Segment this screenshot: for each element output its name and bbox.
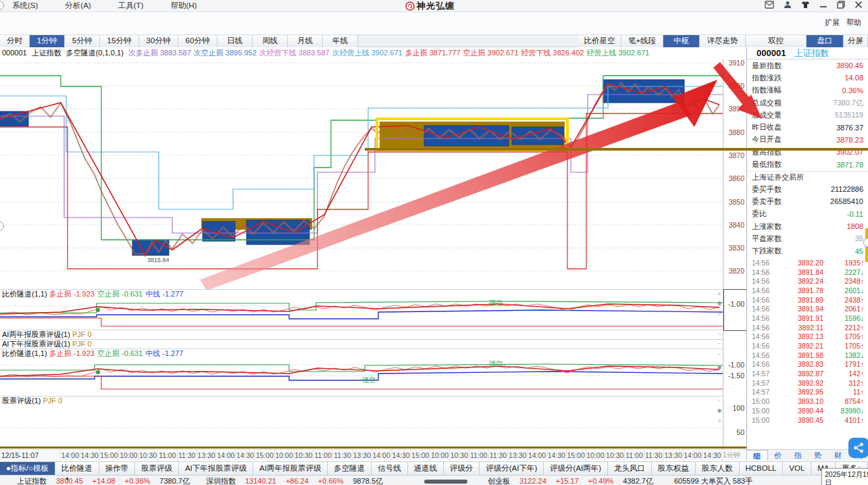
status-index-2[interactable]: 创业板3122.24+15.17+0.49%4382.7亿 (488, 476, 663, 485)
menu-item-2[interactable]: 工具(T) (118, 1, 144, 11)
tick-time: 14:56 (752, 342, 775, 350)
top-link-0[interactable]: 扩展 (825, 18, 840, 28)
subchart1-label: 比价隧道(1,1) 多止损 -1.923空止损 -0.631中线 -1.277 (0, 289, 723, 299)
quote-row-value: 26585410 (830, 197, 863, 205)
close-button[interactable] (854, 1, 863, 9)
menu-item-1[interactable]: 分析(A) (65, 1, 91, 11)
indicator-tab-12[interactable]: 龙头风口 (608, 462, 652, 475)
status-index-1[interactable]: 深圳指数13140.21+86.24+0.66%9878.5亿 (206, 476, 392, 485)
status-field: +15.17 (556, 477, 579, 485)
ai-row2-collapse-button[interactable]: － (715, 340, 723, 347)
period-tab-0[interactable]: 分时 (0, 35, 30, 47)
mode-tab-0[interactable]: 比价星空 (578, 35, 621, 47)
indicator-tab-4[interactable]: AI下年报股票评级 (179, 462, 253, 475)
period-tab-7[interactable]: 周线 (253, 35, 288, 47)
subchart3-settings-icon[interactable]: ✽ (715, 408, 723, 415)
mode-tab-2[interactable]: 中枢 (663, 35, 700, 47)
indicator-tab-3[interactable]: 股票评级 (135, 462, 179, 475)
panel-tab-1[interactable]: 价 (768, 450, 788, 461)
period-tab-9[interactable]: 年线 (323, 35, 358, 47)
indicator-tab-6[interactable]: 多空隧道 (328, 462, 372, 475)
period-tab-4[interactable]: 30分钟 (139, 35, 178, 47)
indicator-tab-8[interactable]: 通道线 (408, 462, 444, 475)
period-tab-5[interactable]: 60分钟 (178, 35, 218, 47)
indicator-tab-5[interactable]: AI两年报股票评级 (253, 462, 328, 475)
indicator-tab-10[interactable]: 评级分(AI下年) (480, 462, 544, 475)
quote-row-1: 指数涨跌14.08 (747, 72, 868, 84)
ai-two-year-value: PJF 0 (72, 330, 92, 338)
menu-item-3[interactable]: 帮助(H) (170, 1, 197, 11)
indicator-tab-15[interactable]: HCBOLL (740, 462, 784, 475)
subchart3-collapse-button[interactable]: － (715, 397, 723, 404)
time-axis-label-11: 10:00 (275, 450, 295, 461)
indicator-tab-9[interactable]: 评级分 (444, 462, 480, 475)
mode-tab-1[interactable]: 笔+线段 (621, 35, 663, 47)
ai-row1-collapse-button[interactable]: － (715, 331, 723, 338)
screen-handle-right[interactable] (863, 238, 868, 247)
mode-tab-3[interactable]: 详尽走势 (700, 35, 746, 47)
restore-button[interactable] (837, 1, 845, 9)
panel-tab-4[interactable]: 财 (828, 450, 848, 461)
indicator-tab-14[interactable]: 股东人数 (696, 462, 740, 475)
indicator-tab-2[interactable]: 操作带 (99, 462, 135, 475)
indicator-tab-13[interactable]: 股东权益 (652, 462, 696, 475)
tick-row-3: 14:563891.782601↓ (747, 286, 868, 295)
low-price-label: 3815.84 (147, 257, 170, 263)
period-tab-6[interactable]: 日线 (218, 35, 253, 47)
quote-row-label: 最低指数 (752, 159, 782, 170)
panel-tab-0[interactable]: 细 (746, 450, 768, 461)
quote-panel-header[interactable]: 000001 上证指数 (747, 47, 868, 59)
ai-next-year-row: AI下年报股票评级(1) PJF 0 (0, 339, 723, 349)
tick-volume: 1935↑ (823, 259, 864, 267)
indicator-tab-0[interactable]: ●指标/○模板 (0, 462, 55, 475)
theme-icon[interactable] (801, 1, 810, 9)
indicator-tab-7[interactable]: 信号线 (372, 462, 407, 475)
tick-volume: 142↑ (823, 369, 864, 378)
subchart3-plot[interactable] (0, 405, 723, 446)
subchart2-title: 比价隧道(1,1) (2, 349, 47, 357)
view-tab-2[interactable]: 分屏 (844, 35, 868, 47)
tick-trade-list[interactable]: 14:563892.201935↑14:563891.842227↓14:563… (747, 258, 868, 424)
subchart1-help-icon[interactable]: ? (715, 311, 723, 317)
time-axis-label-16: 14:00 (372, 450, 392, 461)
top-link-1[interactable]: 帮助 (846, 18, 861, 28)
indicator-tab-1[interactable]: 比价隧道 (55, 462, 99, 475)
view-tabs: 双控盘口分屏 (746, 35, 868, 47)
quote-row-label: 委买手数 (752, 184, 782, 195)
gold-resistance-line (365, 148, 868, 151)
quote-row-11: 委卖手数26585410 (747, 195, 868, 207)
subchart3-help-icon[interactable]: ? (715, 418, 723, 425)
period-tab-1[interactable]: 1分钟 (30, 35, 65, 47)
user-icon[interactable] (784, 1, 792, 9)
panel-tab-2[interactable]: 指 (788, 450, 808, 461)
subchart1-values: 多止损 -1.923空止损 -0.631中线 -1.277 (49, 290, 186, 298)
period-tab-3[interactable]: 15分钟 (100, 35, 139, 47)
tick-price: 3892.24 (775, 277, 823, 285)
subchart1-plot[interactable]: 强空 (0, 299, 723, 330)
subchart1-settings-icon[interactable]: ✽ (715, 301, 723, 307)
short-signal-label-2: 强空 (489, 360, 503, 367)
subchart2-settings-icon[interactable]: ✽ (715, 365, 723, 372)
view-tab-0[interactable]: 双控 (746, 35, 807, 47)
indicator-tab-16[interactable]: VOL (783, 462, 811, 475)
mail-icon[interactable] (765, 1, 774, 9)
view-tab-1[interactable]: 盘口 (807, 35, 844, 47)
period-tab-2[interactable]: 5分钟 (65, 35, 100, 47)
panel-tab-3[interactable]: 势 (808, 450, 828, 461)
time-axis-label-5: 11:00 (158, 450, 178, 461)
tick-volume: 312↑ (823, 379, 864, 387)
status-index-0[interactable]: 上证指数3890.45+14.08+0.36%7380.7亿 (17, 476, 199, 485)
period-tab-8[interactable]: 月线 (288, 35, 323, 47)
main-candlestick-chart[interactable]: 3815.84 (0, 59, 723, 289)
subchart2-plot[interactable]: 强空 强空 (0, 358, 723, 396)
subchart1-scale-frame (723, 289, 747, 331)
subchart2-collapse-button[interactable]: － (715, 351, 723, 358)
extension-links: 扩展帮助 (825, 18, 861, 28)
horizontal-scrollbar-thumb[interactable] (424, 480, 467, 484)
subchart1-expand-button[interactable]: ＋ (715, 290, 723, 297)
indicator-tab-11[interactable]: 评级分(AI两年) (544, 462, 608, 475)
minimize-button[interactable] (819, 1, 827, 9)
status-field: 13140.21 (245, 477, 276, 485)
share-float-button[interactable] (848, 438, 868, 458)
menu-item-0[interactable]: 系统(S) (12, 1, 38, 11)
